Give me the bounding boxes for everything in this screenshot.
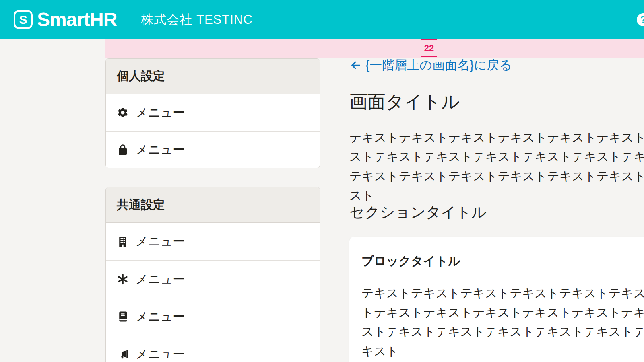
spacing-highlight-band: [105, 39, 644, 58]
book-icon: [117, 311, 129, 323]
block-text: テキストテキストテキストテキストテキストテキストテキストテキストテキストテキスト…: [361, 284, 644, 361]
smarthr-logo-icon: S: [14, 10, 33, 29]
building-icon: [117, 236, 129, 248]
help-button[interactable]: ?: [637, 13, 644, 26]
smarthr-wordmark: SmartHR: [37, 8, 117, 31]
section-title: セクションタイトル: [349, 203, 487, 222]
sidebar-item-menu[interactable]: メニュー: [106, 131, 320, 168]
page-title: 画面タイトル: [349, 90, 460, 114]
group-title: 共通設定: [106, 187, 320, 223]
logo-letter: S: [19, 13, 27, 27]
content-block: ブロックタイトル テキストテキストテキストテキストテキストテキストテキストテキス…: [349, 237, 644, 362]
gear-icon: [117, 107, 129, 119]
sidebar-item-label: メニュー: [136, 142, 185, 158]
margin-guide-line: [347, 32, 347, 362]
question-mark-icon: ?: [640, 14, 644, 25]
arrow-left-icon: [349, 59, 362, 72]
back-link[interactable]: {一階層上の画面名}に戻る: [349, 57, 512, 74]
sidebar-item-label: メニュー: [136, 271, 185, 288]
sidebar-item-menu[interactable]: メニュー: [106, 335, 320, 362]
intro-text: テキストテキストテキストテキストテキストテキストテキストテキストテキストテキスト…: [349, 128, 644, 205]
megaphone-icon: [117, 348, 129, 360]
back-link-label: {一階層上の画面名}に戻る: [365, 57, 512, 74]
block-title: ブロックタイトル: [361, 253, 460, 269]
sidebar-item-menu[interactable]: メニュー: [106, 223, 320, 260]
sidebar-item-menu[interactable]: メニュー: [106, 94, 320, 131]
asterisk-icon: [117, 273, 129, 285]
app-header: S SmartHR 株式会社 TESTINC ?: [0, 0, 644, 39]
sidebar-item-label: メニュー: [136, 105, 185, 121]
company-name: 株式会社 TESTINC: [141, 11, 252, 28]
sidebar-item-label: メニュー: [136, 233, 185, 250]
sidebar-item-label: メニュー: [136, 309, 185, 325]
group-title: 個人設定: [106, 59, 320, 94]
sidebar-group-personal-settings: 個人設定 メニュー メニュー: [105, 58, 320, 168]
lock-icon: [117, 144, 129, 156]
sidebar-item-label: メニュー: [136, 346, 185, 362]
sidebar-item-menu[interactable]: メニュー: [106, 298, 320, 335]
sidebar-group-common-settings: 共通設定 メニュー メニュー メニュー メニュー: [105, 187, 320, 362]
spacing-measurement: 22: [421, 39, 437, 57]
spacing-value-label: 22: [423, 43, 435, 53]
sidebar-item-menu[interactable]: メニュー: [106, 260, 320, 298]
